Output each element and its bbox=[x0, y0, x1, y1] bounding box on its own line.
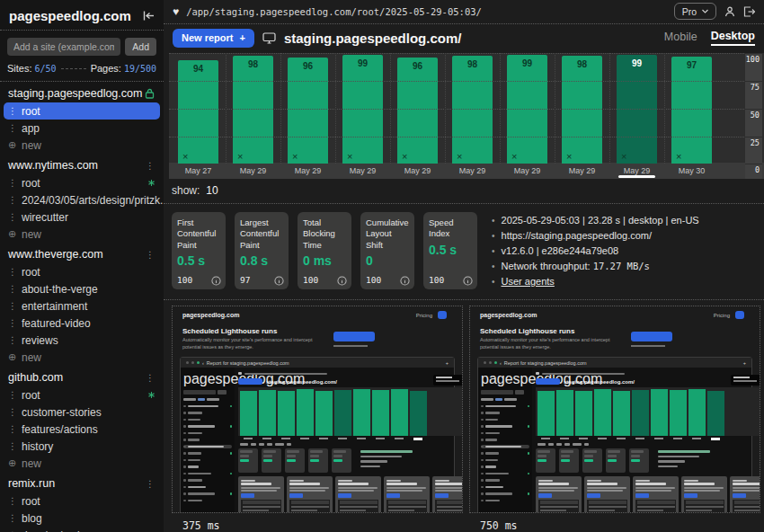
add-site-button[interactable]: Add bbox=[125, 38, 156, 56]
new-report-button[interactable]: New report+ bbox=[173, 29, 254, 48]
run-bar[interactable]: 94× bbox=[178, 60, 218, 164]
kebab-menu-icon[interactable]: ⋮ bbox=[146, 371, 155, 384]
sidebar-item-entertainment[interactable]: ⋮entertainment bbox=[4, 297, 160, 315]
site-group-www.nytimes.com[interactable]: www.nytimes.com⋮ bbox=[0, 156, 164, 174]
run-score: 96 bbox=[397, 61, 438, 71]
mini-traffic-light bbox=[186, 361, 189, 364]
favorite-icon[interactable]: ♥ bbox=[173, 5, 179, 18]
add-page-icon: ⊕ bbox=[8, 139, 14, 151]
add-site-input[interactable] bbox=[7, 38, 120, 56]
frame-time-label: 750 ms bbox=[469, 513, 760, 532]
plan-dropdown[interactable]: Pro bbox=[674, 3, 716, 20]
sidebar-item-featured-video[interactable]: ⋮featured-video bbox=[4, 315, 160, 332]
mini-sidebar: pagespeedlog.com bbox=[478, 368, 532, 513]
site-group-www.theverge.com[interactable]: www.theverge.com⋮ bbox=[0, 245, 164, 263]
mini-sidebar-row bbox=[183, 492, 232, 495]
mini-bar bbox=[386, 487, 426, 489]
kebab-menu-icon[interactable]: ⋮ bbox=[146, 159, 155, 172]
mini-bar bbox=[241, 487, 280, 489]
run-bar[interactable]: 98× bbox=[452, 56, 493, 164]
sidebar-item-customer-stories[interactable]: ⋮customer-stories bbox=[4, 403, 160, 421]
mini-sidebar-row bbox=[183, 458, 232, 462]
sidebar-item-reviews[interactable]: ⋮reviews bbox=[4, 332, 160, 349]
metric-value: 0 bbox=[366, 253, 409, 268]
info-icon[interactable] bbox=[337, 276, 347, 286]
sidebar-item-2024-03-05-arts-design-pritzk-[interactable]: ⋮2024/03/05/arts/design/pritzk... bbox=[4, 191, 160, 208]
delete-run-icon[interactable]: × bbox=[347, 152, 352, 162]
user-agents-link[interactable]: User agents bbox=[502, 276, 555, 287]
mini-traffic-light bbox=[191, 361, 194, 364]
mini-sidebar-row bbox=[481, 438, 529, 441]
mini-app-body: pagespeedlog.comstaging.pagespeedlog.com… bbox=[478, 368, 751, 513]
mini-bar bbox=[435, 487, 463, 489]
run-bar[interactable]: 98× bbox=[233, 56, 273, 164]
info-icon[interactable] bbox=[463, 276, 473, 286]
delete-run-icon[interactable]: × bbox=[511, 152, 517, 162]
run-date: May 27 bbox=[178, 163, 218, 179]
sidebar-item-blog[interactable]: ⋮blog bbox=[4, 510, 160, 527]
mini-run-bar bbox=[688, 389, 706, 436]
mini-run-bar bbox=[372, 390, 389, 436]
mini-bar bbox=[183, 500, 186, 502]
delete-run-icon[interactable]: × bbox=[237, 152, 243, 162]
divider bbox=[61, 68, 86, 69]
mini-report-link bbox=[587, 493, 600, 498]
run-bar[interactable]: 96× bbox=[288, 58, 328, 164]
sidebar-item-new[interactable]: ⊕new bbox=[4, 226, 160, 243]
info-icon[interactable] bbox=[274, 276, 284, 286]
delete-run-icon[interactable]: × bbox=[402, 152, 407, 162]
gridline bbox=[500, 53, 501, 164]
kebab-menu-icon[interactable]: ⋮ bbox=[146, 248, 155, 261]
mini-report-card bbox=[681, 476, 727, 513]
run-date: May 29 bbox=[452, 163, 493, 179]
kebab-menu-icon[interactable]: ⋮ bbox=[146, 477, 155, 490]
info-icon[interactable] bbox=[400, 276, 410, 286]
info-icon[interactable] bbox=[211, 276, 221, 286]
delete-run-icon[interactable]: × bbox=[182, 152, 188, 162]
tab-desktop[interactable]: Desktop bbox=[711, 30, 755, 46]
sidebar-item-root[interactable]: ⋮root bbox=[4, 263, 160, 280]
delete-run-icon[interactable]: × bbox=[676, 152, 681, 162]
sidebar-item-new[interactable]: ⊕new bbox=[4, 349, 160, 366]
metric-title: First Contentful Paint bbox=[177, 217, 220, 251]
collapse-sidebar-icon[interactable] bbox=[143, 11, 155, 21]
sidebar-item-wirecutter[interactable]: ⋮wirecutter bbox=[4, 208, 160, 226]
logout-icon[interactable] bbox=[743, 6, 755, 17]
sidebar-item-app[interactable]: ⋮app bbox=[4, 120, 160, 137]
site-group-remix.run[interactable]: remix.run⋮ bbox=[0, 474, 164, 492]
sidebar-item-root[interactable]: ⋮root bbox=[4, 174, 160, 191]
account-icon[interactable] bbox=[724, 6, 735, 17]
delete-run-icon[interactable]: × bbox=[621, 152, 626, 162]
run-bar[interactable]: 97× bbox=[671, 57, 712, 164]
mini-report-card bbox=[536, 476, 582, 513]
sidebar-item-docs-en-main[interactable]: ⋮docs/en/main bbox=[4, 527, 160, 532]
sidebar-item-history[interactable]: ⋮history bbox=[4, 438, 160, 455]
drag-handle-icon: ⋮ bbox=[8, 123, 14, 133]
score-chart: 94×98×96×99×96×98×99×98×99×97× May 27May… bbox=[169, 53, 764, 179]
show-count-select[interactable]: 10 bbox=[206, 184, 218, 197]
run-bar[interactable]: 96× bbox=[397, 58, 438, 164]
sidebar-item-features-actions[interactable]: ⋮features/actions bbox=[4, 421, 160, 438]
mini-bar bbox=[183, 390, 216, 395]
site-group-github.com[interactable]: github.com⋮ bbox=[0, 368, 164, 386]
sidebar-item-new[interactable]: ⊕new bbox=[4, 455, 160, 472]
mini-bar bbox=[338, 490, 374, 492]
mini-sidebar-row bbox=[183, 451, 232, 455]
delete-run-icon[interactable]: × bbox=[292, 152, 298, 162]
sidebar-item-root[interactable]: ⋮root bbox=[4, 386, 160, 403]
sidebar-item-about-the-verge[interactable]: ⋮about-the-verge bbox=[4, 280, 160, 297]
sidebar-item-label: new bbox=[22, 351, 41, 364]
tab-mobile[interactable]: Mobile bbox=[664, 31, 697, 45]
run-bar[interactable]: 98× bbox=[562, 56, 602, 164]
site-group-staging.pagespeedlog.com[interactable]: staging.pagespeedlog.com bbox=[0, 84, 164, 102]
sidebar-item-root[interactable]: ⋮root bbox=[4, 492, 160, 510]
run-date: May 29 bbox=[507, 163, 547, 179]
mini-bar bbox=[481, 390, 513, 395]
delete-run-icon[interactable]: × bbox=[457, 152, 462, 162]
sidebar-item-new[interactable]: ⊕new bbox=[4, 137, 160, 154]
gridline bbox=[169, 109, 744, 110]
sidebar-item-root[interactable]: ⋮root bbox=[4, 102, 160, 120]
mini-bar bbox=[481, 486, 484, 489]
run-score: 98 bbox=[233, 59, 273, 69]
delete-run-icon[interactable]: × bbox=[566, 152, 572, 162]
